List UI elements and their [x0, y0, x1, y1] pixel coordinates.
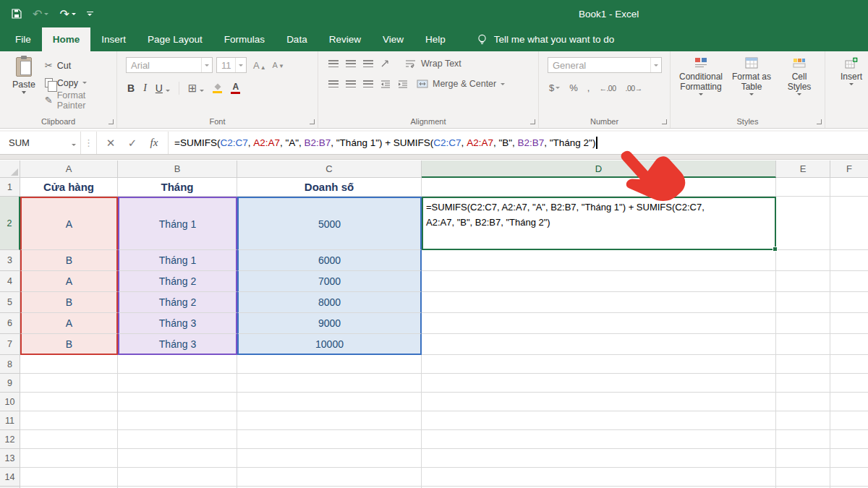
cell-E1[interactable]: [776, 178, 830, 197]
clipboard-dialog-launcher[interactable]: [109, 119, 114, 124]
cell-E8[interactable]: [776, 355, 830, 374]
row-header-14[interactable]: 14: [0, 468, 20, 487]
cell-A8[interactable]: [20, 355, 118, 374]
font-name-combo[interactable]: Arial: [126, 57, 213, 73]
row-header-7[interactable]: 7: [0, 334, 20, 355]
styles-dialog-launcher[interactable]: [817, 119, 822, 124]
cell-B14[interactable]: [118, 468, 237, 487]
align-left-icon[interactable]: [328, 80, 339, 88]
cell-D14[interactable]: [422, 468, 776, 487]
cell-A2[interactable]: A: [20, 197, 118, 250]
row-header-6[interactable]: 6: [0, 313, 20, 334]
cell-F11[interactable]: [830, 411, 868, 430]
cell-E12[interactable]: [776, 430, 830, 449]
cell-C14[interactable]: [237, 468, 422, 487]
tab-page-layout[interactable]: Page Layout: [137, 27, 213, 51]
tab-insert[interactable]: Insert: [90, 27, 137, 51]
tab-help[interactable]: Help: [414, 27, 456, 51]
row-header-2[interactable]: 2: [0, 197, 20, 250]
cell-B11[interactable]: [118, 411, 237, 430]
cell-F14[interactable]: [830, 468, 868, 487]
cell-B12[interactable]: [118, 430, 237, 449]
cell-D11[interactable]: [422, 411, 776, 430]
cell-A5[interactable]: B: [20, 292, 118, 313]
customize-toolbar-button[interactable]: [87, 12, 93, 16]
cell-E5[interactable]: [776, 292, 830, 313]
cell-C13[interactable]: [237, 449, 422, 468]
insert-cells-button[interactable]: Insert: [833, 56, 868, 128]
currency-format-button[interactable]: $: [549, 82, 560, 93]
row-header-12[interactable]: 12: [0, 430, 20, 449]
cell-B6[interactable]: Tháng 3: [118, 313, 237, 334]
cell-B7[interactable]: Tháng 3: [118, 334, 237, 355]
cell-A12[interactable]: [20, 430, 118, 449]
align-right-icon[interactable]: [363, 80, 373, 88]
cell-E13[interactable]: [776, 449, 830, 468]
merge-center-button[interactable]: Merge & Center: [417, 79, 505, 89]
bold-button[interactable]: B: [127, 82, 135, 94]
cancel-icon[interactable]: ✕: [100, 137, 122, 150]
cell-B2[interactable]: Tháng 1: [118, 197, 237, 250]
cell-C5[interactable]: 8000: [237, 292, 422, 313]
cell-E14[interactable]: [776, 468, 830, 487]
row-header-8[interactable]: 8: [0, 355, 20, 374]
cell-E2[interactable]: [776, 197, 830, 250]
cell-B1[interactable]: Tháng: [118, 178, 237, 197]
cell-B9[interactable]: [118, 374, 237, 393]
row-header-5[interactable]: 5: [0, 292, 20, 313]
enter-icon[interactable]: ✓: [122, 137, 143, 150]
cell-D1[interactable]: [422, 178, 776, 197]
font-dialog-launcher[interactable]: [310, 119, 315, 124]
tab-file[interactable]: File: [4, 27, 42, 51]
row-header-11[interactable]: 11: [0, 411, 20, 430]
cell-D6[interactable]: [422, 313, 776, 334]
increase-indent-icon[interactable]: [398, 80, 408, 88]
cell-D2[interactable]: =SUMIFS(C2:C7, A2:A7, "A", B2:B7, "Tháng…: [422, 197, 776, 250]
tab-home[interactable]: Home: [42, 27, 91, 51]
cell-D13[interactable]: [422, 449, 776, 468]
cell-F13[interactable]: [830, 449, 868, 468]
tab-data[interactable]: Data: [276, 27, 318, 51]
cell-A13[interactable]: [20, 449, 118, 468]
row-header-9[interactable]: 9: [0, 374, 20, 393]
cell-F10[interactable]: [830, 393, 868, 411]
tab-formulas[interactable]: Formulas: [213, 27, 276, 51]
column-header-B[interactable]: B: [118, 160, 237, 178]
cell-B10[interactable]: [118, 393, 237, 411]
formula-text[interactable]: =SUMIFS(C2:C7, A2:A7, "A", B2:B7, "Tháng…: [169, 132, 868, 154]
cell-D10[interactable]: [422, 393, 776, 411]
decrease-decimal-button[interactable]: .00→: [626, 84, 642, 93]
cell-A1[interactable]: Cửa hàng: [20, 178, 118, 197]
cell-C6[interactable]: 9000: [237, 313, 422, 334]
cell-B4[interactable]: Tháng 2: [118, 271, 237, 292]
save-icon[interactable]: [12, 9, 22, 19]
cell-A3[interactable]: B: [20, 250, 118, 271]
cell-D4[interactable]: [422, 271, 776, 292]
fill-color-button[interactable]: [213, 84, 222, 93]
decrease-indent-icon[interactable]: [380, 80, 391, 88]
borders-button[interactable]: ⊞: [188, 82, 204, 95]
cell-F7[interactable]: [830, 334, 868, 355]
font-color-button[interactable]: A: [231, 83, 240, 94]
font-size-combo[interactable]: 11: [216, 57, 247, 73]
cell-C11[interactable]: [237, 411, 422, 430]
row-header-4[interactable]: 4: [0, 271, 20, 292]
cell-C3[interactable]: 6000: [237, 250, 422, 271]
cell-C1[interactable]: Doanh số: [237, 178, 422, 197]
cell-C4[interactable]: 7000: [237, 271, 422, 292]
cell-A10[interactable]: [20, 393, 118, 411]
align-bottom-icon[interactable]: [363, 60, 373, 68]
align-middle-icon[interactable]: [346, 60, 356, 68]
cell-F4[interactable]: [830, 271, 868, 292]
cell-E11[interactable]: [776, 411, 830, 430]
cell-C12[interactable]: [237, 430, 422, 449]
cell-F8[interactable]: [830, 355, 868, 374]
cell-F6[interactable]: [830, 313, 868, 334]
percent-format-button[interactable]: %: [569, 82, 578, 93]
cell-A6[interactable]: A: [20, 313, 118, 334]
cell-B8[interactable]: [118, 355, 237, 374]
cell-D9[interactable]: [422, 374, 776, 393]
cell-E10[interactable]: [776, 393, 830, 411]
cell-B5[interactable]: Tháng 2: [118, 292, 237, 313]
row-header-3[interactable]: 3: [0, 250, 20, 271]
